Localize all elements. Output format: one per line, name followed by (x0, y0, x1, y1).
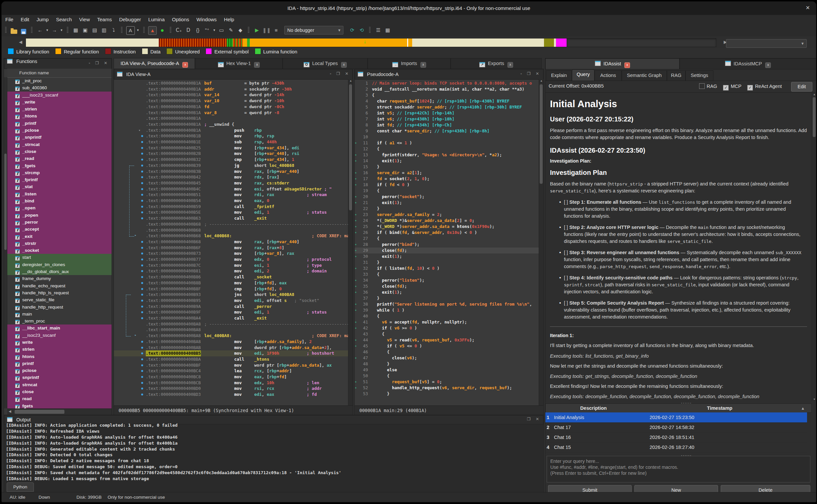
pseudocode-line[interactable]: 25 *(_WORD *)server_addr.sa_data = htons… (355, 224, 543, 230)
disasm-line[interactable]: .text:0000000000400B1E sub rsp, 440h (114, 139, 353, 145)
functions-hscrollbar[interactable]: ◀ (7, 408, 111, 415)
menu-item-teams[interactable]: Teams (94, 15, 115, 25)
window-list-icon[interactable]: ▦ (72, 26, 80, 34)
ida-view-window-buttons[interactable]: ▫ ❐ ✕ (330, 71, 350, 76)
function-row[interactable]: f_listen (7, 190, 111, 197)
disasm-line[interactable]: .text:0000000000400BC8 mov eax, [rbp+fd] (114, 374, 353, 380)
pseudocode-line[interactable]: 12 { (355, 146, 543, 152)
pseudocode-line[interactable]: 18 if ( fd < 0 ) (355, 182, 543, 188)
functions-column-header[interactable]: Function name (7, 69, 111, 78)
function-row[interactable]: fsub_400360 (7, 84, 111, 91)
function-row[interactable]: f_open (7, 204, 111, 211)
query-splitter[interactable] (545, 454, 816, 456)
chat-row[interactable]: 4Chat 152026-02-26 18:27:40 (545, 442, 807, 453)
function-row[interactable]: f_strcmp (7, 169, 111, 176)
query-input[interactable]: Enter your query here...Use #func, #addr… (547, 456, 810, 482)
table-icon[interactable]: ▦ (384, 26, 392, 34)
disasm-line[interactable]: .text:0000000000400B68loc_400B68: ; CODE… (114, 233, 353, 239)
pseudocode-line[interactable]: 17 fd = socket(2, 1, 0); (355, 176, 543, 182)
function-row[interactable]: fsnprintf (7, 374, 111, 381)
function-row[interactable]: f_pclose (7, 127, 111, 134)
disasm-line[interactable]: .text:0000000000400B1Aaddr = sockaddr pt… (114, 86, 353, 92)
function-row[interactable]: f_strstr (7, 240, 111, 247)
pseudocode-line[interactable]: 43 { (355, 331, 543, 337)
disasm-line[interactable]: .text:0000000000400BD0 mov rsi, rcx ; ad… (114, 386, 353, 392)
pseudocode-line[interactable]: 11 if ( a1 <= 1 ) (355, 140, 543, 146)
subtab-rag[interactable]: RAG (667, 70, 686, 81)
pseudocode-line[interactable]: 50 { (355, 373, 543, 379)
disasm-line[interactable]: .text:0000000000400BBF mov word ptr [rbp… (114, 362, 353, 368)
function-row[interactable]: fread (7, 395, 111, 402)
pseudocode-line[interactable]: 26 if ( bind(fd, &server_addr, 0x10u) < … (355, 230, 543, 236)
function-row[interactable]: f_htons (7, 112, 111, 119)
edit-button[interactable]: Edit (791, 82, 812, 92)
function-row[interactable]: fstart (7, 254, 111, 261)
text-view-icon[interactable]: A (126, 26, 135, 35)
function-row[interactable]: fclose (7, 388, 111, 395)
disasm-line[interactable]: .text:0000000000400B9A call _perror (114, 304, 353, 310)
function-row[interactable]: f_stat (7, 183, 111, 190)
pseudocode-line[interactable]: 28 perror("bind"); (355, 242, 543, 248)
pseudocode-line[interactable]: 52 handle_http_request(v6, serve_dir, re… (355, 385, 543, 391)
disasm-line[interactable]: .text:0000000000400B51 mov rdi, rax ; st… (114, 192, 353, 198)
disasm-line[interactable]: .text:0000000000400B6F mov rax, [rax+8] (114, 245, 353, 251)
function-row[interactable]: fserve_static_file (7, 296, 111, 303)
struct-icon[interactable]: {} (193, 26, 201, 34)
chat-table-header[interactable]: DescriptionTimestamp▴ (545, 403, 812, 413)
chat-splitter[interactable] (545, 401, 816, 403)
debugger-combo[interactable]: No debugger▼ (284, 26, 343, 35)
function-row[interactable]: f_popen (7, 212, 111, 219)
chat-row[interactable]: 3Chat 162026-02-26 18:51:41 (545, 432, 807, 443)
function-row[interactable]: fhandle_http_ls_request (7, 289, 111, 296)
pseudocode-line[interactable]: 35 close(fd); (355, 283, 543, 289)
idassist-scrollbar[interactable]: ▲ ▼ (812, 93, 816, 401)
function-row[interactable]: f_strlen (7, 106, 111, 112)
tab-ida-view-a-pseudocode-a[interactable]: IDA View-A, Pseudocode-Ax (113, 58, 195, 69)
save-icon[interactable] (20, 26, 28, 34)
function-row[interactable]: f___isoc23_sscanf (7, 92, 111, 99)
disasm-line[interactable]: .text:0000000000400B1Avar_8 = qword ptr … (114, 110, 353, 116)
tab-hex-view-1[interactable]: ◔Hex View-1x (195, 58, 283, 69)
segments-icon[interactable]: ▤ (91, 26, 99, 34)
pseudocode-line[interactable]: 15 } (355, 164, 543, 170)
disasm-line[interactable]: .text:0000000000400B39 jg short loc_400B… (114, 163, 353, 169)
pseudocode-line[interactable]: 9 const char *serve_dir; // [rsp+438h] [… (355, 128, 543, 134)
menu-item-debugger[interactable]: Debugger (115, 15, 145, 25)
disasm-line[interactable]: .text:0000000000400B42 mov rdx, [rax] (114, 174, 353, 180)
pseudocode-line[interactable]: 21 exit(1); (355, 200, 543, 206)
checkbox-rag[interactable] (699, 83, 705, 89)
disasm-line[interactable]: .text:0000000000400B4C mov esi, offset a… (114, 186, 353, 192)
functions-scrollbar[interactable] (4, 77, 7, 408)
disasm-line[interactable]: .text:0000000000400B1Afd = dword ptr -0C… (114, 104, 353, 110)
pseudocode-line[interactable]: 10 (355, 134, 543, 140)
function-row[interactable]: fmain (7, 311, 111, 318)
disassembly-listing[interactable]: .text:0000000000400B1Abuf = byte ptr -43… (114, 79, 353, 406)
pseudocode-line[interactable]: 2void __fastcall __noreturn main(int a1,… (355, 86, 543, 92)
pseudocode-line[interactable]: 34 perror("listen"); (355, 277, 543, 283)
disasm-line[interactable]: .text:0000000000400BD3 mov edi, eax ; fd (114, 392, 353, 397)
list-icon[interactable]: ☰ (374, 26, 382, 34)
tab-imports[interactable]: →Importsx (368, 58, 451, 69)
disasm-line[interactable]: .text:0000000000400B73 mov [rbp+var_8], … (114, 251, 353, 256)
tab-close-icon[interactable]: x (507, 62, 513, 68)
menu-item-lumina[interactable]: Lumina (145, 15, 168, 25)
lumina-pull-icon[interactable]: ▲ (148, 26, 157, 35)
function-row[interactable]: f_fgets (7, 162, 111, 169)
pseudocode-line[interactable]: 48 } (355, 361, 543, 367)
function-row[interactable]: f__libc_start_main (7, 324, 111, 331)
tab-local-types[interactable]: OLocal Typesx (283, 58, 368, 69)
disasm-line[interactable]: .text:0000000000400B68 (114, 227, 353, 233)
pseudocode-line[interactable]: 30 exit(1); (355, 253, 543, 259)
function-row[interactable]: fstrlen (7, 346, 111, 353)
function-row[interactable]: f_strncat (7, 141, 111, 148)
tab-close-icon[interactable]: x (182, 62, 188, 68)
function-row[interactable]: f_term_proc (7, 318, 111, 324)
chat-row[interactable]: 2Chat 172026-02-27 14:58:32 (545, 422, 807, 433)
pseudocode-listing[interactable]: 1// Main server loop: binds TCP socket t… (355, 79, 543, 406)
menu-item-search[interactable]: Search (52, 15, 76, 25)
function-row[interactable]: f_bind (7, 197, 111, 204)
tab-idassist[interactable]: IDAssistx (545, 58, 680, 69)
disasm-line[interactable]: .text:0000000000400B5E mov edi, 1 ; stat… (114, 209, 353, 215)
pseudocode-line[interactable]: 1// Main server loop: binds TCP socket t… (355, 80, 543, 86)
pseudocode-line[interactable]: 4 char request_buf[1024]; // [rsp+10h] [… (355, 98, 543, 104)
